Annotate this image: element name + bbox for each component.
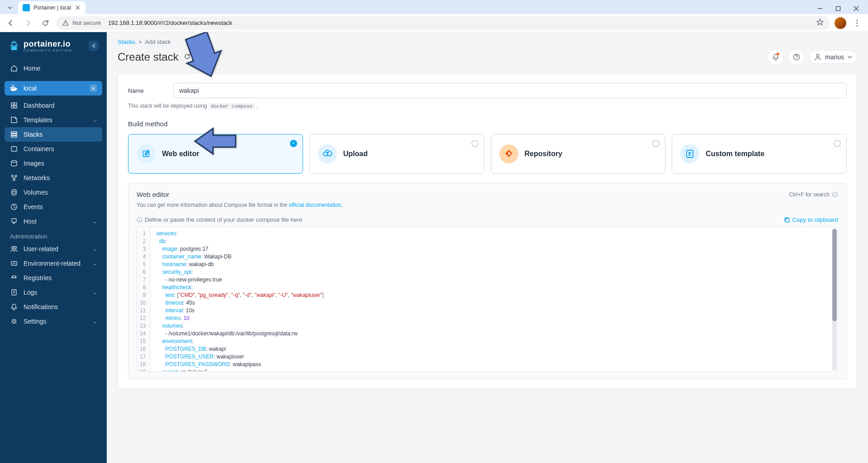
editor-info: You can get more information about Compo… (137, 202, 838, 208)
sidebar-item-label: Images (24, 160, 97, 167)
sidebar-item-stacks[interactable]: Stacks (5, 127, 102, 142)
notifications-button[interactable] (768, 49, 784, 65)
method-card-web-editor[interactable]: Web editor (128, 134, 303, 174)
help-button[interactable] (788, 49, 805, 65)
method-card-custom-template[interactable]: Custom template (672, 134, 847, 174)
placeholder-hint: Define or paste the content of your dock… (137, 216, 302, 223)
stack-name-input[interactable] (173, 83, 847, 98)
sidebar-item-volumes[interactable]: Volumes (5, 185, 102, 200)
nav-icon (10, 303, 18, 310)
sidebar-item-images[interactable]: Images (5, 156, 102, 171)
sidebar-item-events[interactable]: Events (5, 200, 102, 214)
sidebar-admin-user-related[interactable]: User-related⌵ (5, 242, 102, 256)
code-body[interactable]: services: db: image: postgres:17 contain… (151, 227, 838, 371)
sidebar-collapse-button[interactable] (89, 41, 99, 51)
browser-tab[interactable]: Portainer | local (18, 1, 85, 14)
chevron-down-icon: ⌵ (94, 290, 97, 296)
nav-icon (10, 189, 18, 196)
chevron-down-icon: ⌵ (94, 319, 97, 325)
svg-rect-10 (14, 103, 17, 105)
url-bar[interactable]: Not secure 192.168.1.18:9000/#!/2/docker… (56, 16, 830, 30)
name-row: Name (128, 83, 847, 98)
sidebar-header: portainer.io COMMUNITY EDITION (5, 38, 102, 56)
radio-indicator (652, 140, 659, 147)
method-icon (499, 144, 518, 163)
browser-menu-button[interactable] (851, 17, 863, 29)
line-gutter: 1234567891011121314151617181920 (137, 227, 151, 371)
nav-icon (10, 260, 18, 267)
svg-rect-23 (12, 219, 16, 222)
sidebar-item-home[interactable]: Home (5, 61, 102, 76)
svg-rect-27 (12, 290, 16, 295)
sidebar-admin-registries[interactable]: Registries (5, 271, 102, 285)
nav-forward-button[interactable] (22, 17, 34, 29)
scrollbar[interactable] (832, 228, 837, 370)
nav-icon (10, 160, 18, 167)
method-card-upload[interactable]: Upload (309, 134, 484, 174)
star-icon[interactable] (816, 19, 824, 27)
svg-point-24 (12, 247, 14, 249)
svg-point-30 (816, 54, 819, 57)
nav-reload-button[interactable] (39, 17, 52, 29)
nav-icon (10, 218, 18, 225)
logo[interactable]: portainer.io COMMUNITY EDITION (8, 39, 72, 52)
sidebar-admin-notifications[interactable]: Notifications (5, 300, 102, 314)
sidebar-admin-logs[interactable]: Logs⌵ (5, 285, 102, 300)
help-icon (793, 53, 800, 61)
build-method-heading: Build method (128, 120, 847, 128)
svg-rect-7 (12, 85, 14, 86)
app: portainer.io COMMUNITY EDITION Home loca… (0, 32, 868, 463)
docs-link[interactable]: official documentation (289, 202, 341, 208)
home-icon (10, 65, 18, 72)
window-maximize-button[interactable] (833, 3, 844, 14)
window-minimize-button[interactable] (815, 3, 825, 14)
svg-rect-0 (836, 7, 840, 11)
chevron-down-icon: ⌵ (94, 261, 97, 267)
sidebar-item-dashboard[interactable]: Dashboard (5, 98, 102, 113)
breadcrumb: Stacks > Add stack (107, 32, 868, 47)
sidebar-item-host[interactable]: Host⌵ (5, 214, 102, 229)
svg-rect-6 (12, 87, 14, 88)
nav-icon (10, 131, 18, 138)
nav-back-button[interactable] (5, 17, 17, 29)
svg-point-3 (857, 25, 858, 26)
nav-icon (10, 274, 18, 282)
radio-indicator (290, 140, 297, 147)
tab-close-button[interactable] (75, 5, 81, 11)
sidebar-item-templates[interactable]: Templates⌵ (5, 113, 102, 127)
svg-point-25 (14, 247, 17, 249)
svg-rect-4 (11, 47, 17, 50)
logo-icon (8, 40, 20, 52)
sidebar-admin-settings[interactable]: Settings⌵ (5, 314, 102, 329)
info-icon (137, 217, 142, 223)
method-icon (680, 144, 699, 163)
editor-toolbar: Define or paste the content of your dock… (137, 216, 838, 223)
method-label: Custom template (706, 150, 764, 158)
window-close-button[interactable] (851, 3, 862, 14)
nav-icon (10, 116, 18, 124)
close-icon[interactable]: ✕ (90, 85, 97, 92)
user-menu[interactable]: marius (809, 50, 857, 64)
code-editor[interactable]: 1234567891011121314151617181920 services… (137, 227, 838, 372)
svg-rect-15 (11, 136, 17, 137)
page-header: Create stack marius (107, 47, 868, 73)
sidebar-item-networks[interactable]: Networks (5, 171, 102, 185)
chevron-down-icon: ⌵ (94, 117, 97, 123)
refresh-icon[interactable] (183, 51, 191, 63)
nav-icon (10, 203, 18, 210)
breadcrumb-root[interactable]: Stacks (118, 38, 135, 45)
copy-to-clipboard-button[interactable]: Copy to clipboard (784, 216, 838, 223)
sidebar-environment-tab[interactable]: local ✕ (5, 81, 102, 95)
scrollbar-thumb[interactable] (832, 229, 837, 321)
logo-subtitle: COMMUNITY EDITION (24, 49, 72, 52)
profile-avatar[interactable] (835, 17, 846, 29)
sidebar-item-label: Notifications (24, 303, 97, 310)
tab-list-dropdown[interactable] (4, 1, 16, 14)
page-title: Create stack (118, 51, 191, 63)
sidebar-admin-environment-related[interactable]: Environment-related⌵ (5, 256, 102, 271)
svg-point-20 (13, 179, 15, 181)
method-card-repository[interactable]: Repository (491, 134, 666, 174)
sidebar-item-containers[interactable]: Containers (5, 142, 102, 156)
chevron-down-icon: ⌵ (94, 219, 97, 224)
svg-point-21 (12, 190, 16, 191)
